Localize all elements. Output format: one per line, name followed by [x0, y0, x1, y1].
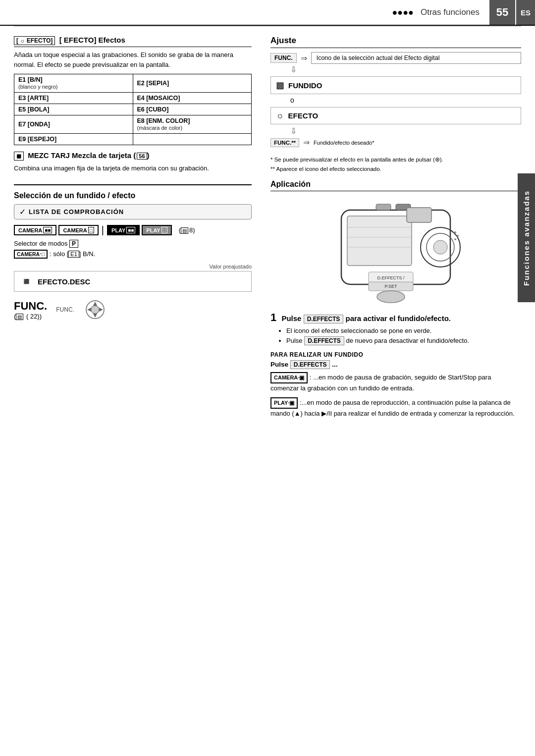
efecto-row: ☼ EFECTO [270, 107, 521, 124]
aplicacion-section: Aplicación [270, 180, 521, 419]
table-row: E9 [ESPEJO] [14, 134, 252, 145]
efecto-heading-text: [ EFECTO] Efectos [59, 36, 125, 44]
step-1-heading: 1 Pulse D.EFFECTS para activar el fundid… [270, 311, 521, 324]
left-column: [ ☼ EFECTO] [ EFECTO] Efectos Añada un t… [14, 36, 252, 423]
func-page-ref: ( 22) [26, 313, 40, 320]
play-mode-box: PLAY·▣ [270, 397, 298, 409]
ajuste-heading: Ajuste [270, 36, 521, 48]
efecto-off-icon: ◾ [20, 275, 33, 287]
play-sub-2: □ [161, 227, 167, 233]
svg-rect-14 [376, 204, 391, 210]
camera-note: CAMERA⋅□ : sólo [E1] B/N. [14, 250, 252, 259]
header-title-area: ●●●● Otras funciones [0, 0, 489, 25]
camera-sub-1: ■■ [43, 227, 52, 233]
fundido-icon: ▩ [276, 80, 284, 91]
efecto-section: [ ☼ EFECTO] [ EFECTO] Efectos Añada un t… [14, 36, 252, 145]
table-cell: E7 [ONDA] [14, 115, 133, 134]
efecto-table: E1 [B/N] (blanco y negro) E2 [SEPIA] E3 … [14, 74, 252, 145]
camera-mode-box-1: CAMERA·▣ [270, 372, 308, 383]
table-cell [133, 134, 252, 145]
mezcla-heading-text: MEZC TARJ [28, 151, 70, 160]
svg-point-23 [454, 238, 456, 240]
cell-label: E5 [BOLA] [18, 106, 50, 113]
func-ast-row: FUNC.** ⇒ Fundido/efecto deseado* [270, 138, 521, 147]
ajuste-flow: FUNC. ⇒ Icono de la selección actual del… [270, 52, 521, 147]
table-cell: E8 [ENM. COLOR] (máscara de color) [133, 115, 252, 134]
step-text: para activar el fundido/efecto. [345, 314, 451, 323]
para2-body-text: :...en modo de pausa de reproducción, a … [270, 399, 515, 417]
p-mode-box: P [69, 240, 78, 248]
efecto-icon-box: [ ☼ EFECTO] [14, 36, 55, 45]
separator-bar: | [102, 224, 104, 236]
mode-buttons-row: CAMERA ■■ CAMERA □ | PLAY ■■ [14, 224, 252, 236]
cell-label: E8 [ENM. COLOR] [137, 117, 190, 124]
cell-label: E2 [SEPIA] [137, 80, 169, 87]
svg-rect-24 [407, 208, 431, 222]
side-tab-funciones: Funciones avanzadas [518, 173, 535, 302]
table-row: E7 [ONDA] E8 [ENM. COLOR] (máscara de co… [14, 115, 252, 134]
table-cell: E5 [BOLA] [14, 104, 133, 115]
cell-label: E9 [ESPEJO] [18, 136, 56, 143]
svg-marker-4 [87, 308, 91, 312]
func-box: FUNC. [270, 53, 297, 63]
step-number: 1 [270, 311, 276, 324]
icono-text: Icono de la selección actual del Efecto … [317, 54, 440, 61]
mode-btn-camera-o: CAMERA □ [58, 225, 98, 235]
cell-sub: (blanco y negro) [18, 84, 58, 90]
d-effects-btn: D.EFFECTS [304, 315, 344, 324]
svg-rect-10 [347, 216, 412, 266]
cell-sub: (máscara de color) [137, 125, 183, 131]
cell-label: E4 [MOSAICO] [137, 95, 180, 102]
step-body: El icono del efecto seleccionado se pone… [270, 327, 521, 345]
play-label-1: PLAY [111, 227, 125, 233]
func-label-block: FUNC. (▤ ( 22)) [14, 300, 47, 320]
book-icon: ▤ [181, 227, 188, 234]
pulse-line: Pulse D.EFFECTS ... [270, 360, 521, 369]
cell-label: E6 [CUBO] [137, 106, 169, 113]
efecto-description: Añada un toque especial a las grabacione… [14, 50, 252, 70]
cell-label: E1 [B/N] [18, 76, 43, 83]
svg-point-1 [91, 306, 99, 314]
func-row: FUNC. (▤ ( 22)) FUNC. [14, 298, 252, 322]
para2-text: PLAY·▣ :...en modo de pausa de reproducc… [270, 397, 521, 419]
preset-label: Valor preajustado [14, 264, 252, 270]
table-cell: E1 [B/N] (blanco y negro) [14, 74, 133, 93]
mezcla-heading: ◼ MEZC TARJ Mezcla de tarjeta (56) [14, 151, 252, 161]
ajuste-section: Ajuste FUNC. ⇒ Icono de la selección act… [270, 36, 521, 172]
mode-btn-camera-oo: CAMERA ■■ [14, 225, 56, 235]
func-label: FUNC. [14, 300, 47, 313]
svg-point-21 [454, 231, 456, 233]
header-title: Otras funciones [421, 7, 480, 17]
svg-marker-2 [93, 302, 97, 306]
table-row: E3 [ARTE] E4 [MOSAICO] [14, 93, 252, 104]
camera-note-text: : sólo [ [50, 250, 68, 258]
selector-text: Selector de modos [14, 240, 69, 247]
ajuste-row-1: FUNC. ⇒ Icono de la selección actual del… [270, 52, 521, 64]
play-label-2: PLAY [146, 227, 160, 233]
seleccion-section: Selección de un fundido / efecto ✓ LISTA… [14, 191, 252, 322]
camera-mode-label: CAMERA⋅□ [14, 250, 48, 259]
camera-sub-2: □ [88, 227, 94, 233]
func-ref: (▤ ( 22)) [14, 313, 47, 320]
mezcla-icon-box: ◼ [14, 152, 24, 161]
fundido-label: FUNDIDO [288, 81, 322, 90]
svg-text:D.EFFECTS /: D.EFFECTS / [377, 275, 405, 280]
func-small-label: FUNC. [56, 306, 74, 313]
step-bullet-2: Pulse D.EFFECTS de nuevo para desactivar… [286, 336, 521, 345]
svg-point-22 [457, 235, 459, 237]
para1-text: CAMERA·▣ : ...en modo de pausa de grabac… [270, 372, 521, 393]
language-tab: ES [516, 0, 535, 25]
camera-label-2: CAMERA [63, 227, 87, 233]
cell-label: E3 [ARTE] [18, 95, 49, 102]
camera-illustration: D.EFFECTS / P.SET [312, 195, 480, 304]
func-small-box-area: FUNC. [56, 306, 74, 313]
camera-note-text2: ] B/N. [79, 250, 96, 258]
table-cell: E6 [CUBO] [133, 104, 252, 115]
mezcla-section: ◼ MEZC TARJ Mezcla de tarjeta (56) Combi… [14, 151, 252, 173]
table-cell: E4 [MOSAICO] [133, 93, 252, 104]
efecto-label: EFECTO [288, 111, 319, 120]
main-content: [ ☼ EFECTO] [ EFECTO] Efectos Añada un t… [0, 27, 535, 432]
joystick-icon [83, 298, 107, 322]
d-effects-btn-2: D.EFFECTS [304, 336, 344, 345]
fundido-row: ▩ FUNDIDO [270, 76, 521, 94]
